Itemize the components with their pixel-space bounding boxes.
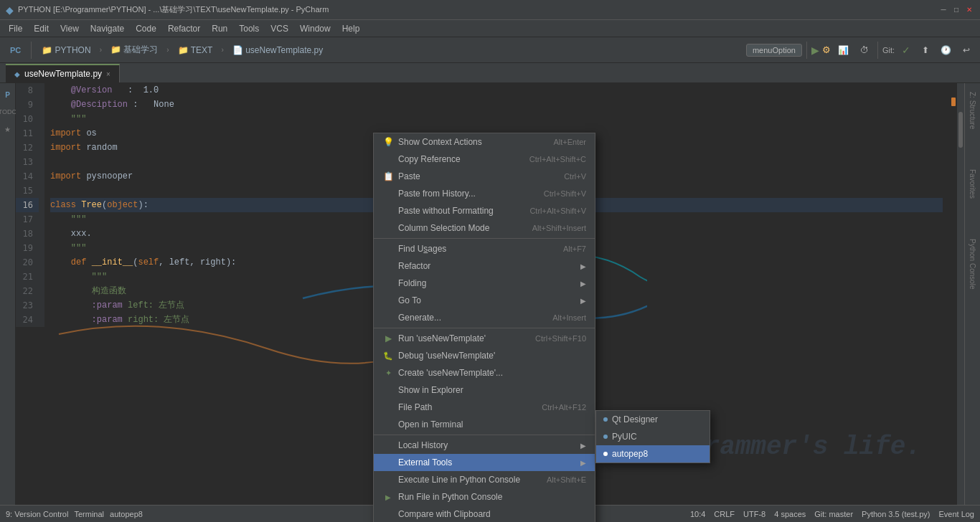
event-log[interactable]: Event Log: [938, 510, 974, 518]
cm-separator-1: [374, 238, 595, 239]
cm-debug[interactable]: 🐛 Debug 'useNewTemplate': [374, 347, 595, 364]
app-icon: ◆: [6, 4, 14, 16]
paste-icon: 📋: [382, 171, 394, 182]
cm-refactor[interactable]: Refactor ▶: [374, 257, 595, 275]
git-push[interactable]: ⬆: [918, 44, 933, 57]
external-tools-submenu: Qt Designer PyUIC autopep8: [595, 410, 710, 463]
cm-folding[interactable]: Folding ▶: [374, 275, 595, 292]
cm-run[interactable]: ▶ Run 'useNewTemplate' Ctrl+Shift+F10: [374, 330, 595, 347]
editor-scrollbar-thumb[interactable]: [958, 112, 963, 148]
breadcrumb-python[interactable]: 📁 PYTHON: [37, 44, 95, 57]
favorites-panel-label[interactable]: Favorites: [966, 163, 979, 204]
sidebar-todo[interactable]: TODO: [1, 105, 15, 119]
menu-code[interactable]: Code: [130, 20, 162, 37]
cm-paste-history[interactable]: Paste from History... Ctrl+Shift+V: [374, 185, 595, 202]
git-commit[interactable]: ✓: [897, 43, 915, 57]
cm-copy-reference[interactable]: Copy Reference Ctrl+Alt+Shift+C: [374, 151, 595, 168]
tab-close-button[interactable]: ×: [106, 70, 110, 78]
right-sidebar: Z: Structure Favorites Python Console: [964, 83, 980, 505]
menu-option-button[interactable]: menuOption: [746, 44, 802, 57]
code-line-9: @Desciption : None: [50, 98, 943, 112]
app-logo: PC: [6, 44, 25, 56]
coverage-button[interactable]: 📊: [834, 44, 853, 57]
cm-file-path[interactable]: File Path Ctrl+Alt+F12: [374, 399, 595, 416]
title-bar-title: PYTHON [E:\Programmer\PYTHON] - ...\基础学习…: [18, 4, 329, 15]
maximize-button[interactable]: □: [951, 5, 961, 15]
cm-paste-no-format[interactable]: Paste without Formatting Ctrl+Alt+Shift+…: [374, 202, 595, 219]
version-control-label[interactable]: 9: Version Control: [6, 510, 68, 518]
build-button[interactable]: ⚙: [822, 44, 831, 55]
autopep8-label: autopep8: [612, 449, 648, 459]
refactor-icon: [382, 260, 394, 272]
cm-separator-3: [374, 435, 595, 435]
explorer-icon: [382, 384, 394, 396]
git-update[interactable]: 🕐: [936, 44, 956, 57]
cm-compare-clipboard[interactable]: Compare with Clipboard: [374, 506, 595, 522]
breadcrumb-study[interactable]: 📁 基础学习: [106, 42, 162, 57]
menu-navigate[interactable]: Navigate: [85, 20, 130, 37]
cursor-position[interactable]: 10:4: [690, 510, 705, 518]
editor-tab-usenewtemplate[interactable]: ◆ useNewTemplate.py ×: [6, 64, 120, 82]
execute-line-icon: [382, 474, 394, 485]
undo-button[interactable]: ↩: [958, 44, 974, 57]
breadcrumb-file[interactable]: 📄 useNewTemplate.py: [228, 44, 327, 57]
cm-show-context-actions[interactable]: 💡 Show Context Actions Alt+Enter: [374, 133, 595, 151]
cm-open-terminal[interactable]: Open in Terminal: [374, 416, 595, 433]
breadcrumb-text[interactable]: 📁 TEXT: [174, 44, 217, 57]
menu-tools[interactable]: Tools: [233, 20, 265, 37]
context-menu: 💡 Show Context Actions Alt+Enter Copy Re…: [373, 133, 595, 522]
menu-help[interactable]: Help: [336, 20, 366, 37]
cm-column-selection[interactable]: Column Selection Mode Alt+Shift+Insert: [374, 219, 595, 237]
close-button[interactable]: ✕: [964, 5, 974, 15]
minimize-button[interactable]: ─: [938, 5, 948, 15]
code-line-8: @Version : 1.0: [50, 83, 943, 98]
python-console-label[interactable]: Python Console: [966, 233, 979, 295]
column-sel-icon: [382, 222, 394, 234]
menu-vcs[interactable]: VCS: [265, 20, 294, 37]
sm-pyuic[interactable]: PyUIC: [596, 428, 710, 445]
git-branch-status[interactable]: Git: master: [814, 510, 853, 518]
menu-run[interactable]: Run: [206, 20, 233, 37]
title-bar-left: ◆ PYTHON [E:\Programmer\PYTHON] - ...\基础…: [6, 4, 329, 16]
cm-run-file-python[interactable]: ▶ Run File in Python Console: [374, 488, 595, 506]
orange-accent-indicator: [951, 83, 957, 505]
menu-view[interactable]: View: [55, 20, 85, 37]
cm-find-usages[interactable]: Find Usages Alt+F7: [374, 240, 595, 257]
run-button[interactable]: ▶: [811, 44, 819, 56]
menu-window[interactable]: Window: [294, 20, 336, 37]
sidebar-fav[interactable]: ★: [1, 122, 15, 136]
file-encoding[interactable]: UTF-8: [743, 510, 765, 518]
menu-edit[interactable]: Edit: [28, 20, 55, 37]
python-version[interactable]: Python 3.5 (test.py): [862, 510, 930, 518]
refactor-arrow: ▶: [580, 262, 586, 270]
cm-paste[interactable]: 📋 Paste Ctrl+V: [374, 168, 595, 185]
terminal-icon: [382, 419, 394, 430]
sm-qt-designer[interactable]: Qt Designer: [596, 411, 710, 428]
menu-file[interactable]: File: [3, 20, 28, 37]
tab-label: useNewTemplate.py: [24, 69, 102, 79]
pyuic-label: PyUIC: [612, 432, 637, 442]
indent-info[interactable]: 4 spaces: [774, 510, 806, 518]
generate-icon: [382, 312, 394, 323]
sm-autopep8[interactable]: autopep8: [596, 445, 710, 462]
tab-icon: ◆: [14, 70, 20, 78]
line-ending[interactable]: CRLF: [714, 510, 735, 518]
copy-ref-icon: [382, 153, 394, 165]
cm-create[interactable]: ✦ Create 'useNewTemplate'...: [374, 364, 595, 381]
left-sidebar: P TODO ★: [0, 83, 16, 505]
menu-refactor[interactable]: Refactor: [162, 20, 206, 37]
cm-external-tools[interactable]: External Tools ▶: [374, 454, 595, 471]
create-icon: ✦: [382, 367, 394, 379]
status-autopep8: autopep8: [110, 510, 143, 518]
cm-execute-line[interactable]: Execute Line in Python Console Alt+Shift…: [374, 471, 595, 488]
cm-show-explorer[interactable]: Show in Explorer: [374, 381, 595, 399]
cm-generate[interactable]: Generate... Alt+Insert: [374, 309, 595, 326]
bottom-right: 10:4 CRLF UTF-8 4 spaces Git: master Pyt…: [690, 510, 974, 518]
cm-local-history[interactable]: Local History ▶: [374, 437, 595, 454]
sidebar-project[interactable]: P: [1, 87, 15, 102]
terminal-label[interactable]: Terminal: [74, 510, 104, 518]
structure-panel-label[interactable]: Z: Structure: [966, 86, 979, 135]
breadcrumb-arrow-2: ›: [166, 46, 169, 54]
profile-button[interactable]: ⏱: [856, 44, 873, 57]
cm-goto[interactable]: Go To ▶: [374, 292, 595, 309]
